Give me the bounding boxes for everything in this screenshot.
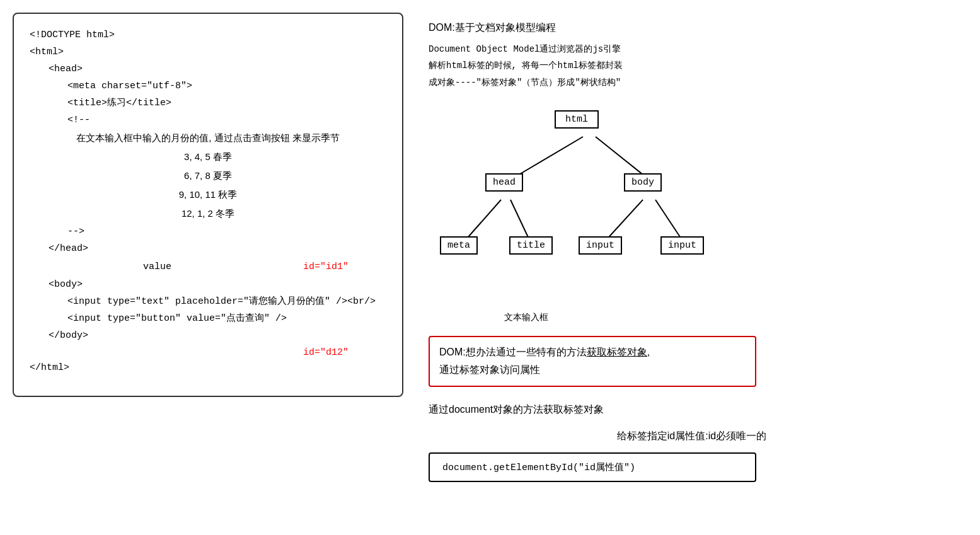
tree-node-input1: input [579, 236, 622, 255]
code-line-head-close: </head> [30, 240, 386, 257]
tree-node-title: title [509, 236, 553, 255]
code-line-meta: <meta charset="utf-8"> [30, 78, 386, 95]
method-text: 通过document对象的方法获取标签对象 [429, 400, 955, 420]
code-line-title: <title>练习</title> [30, 95, 386, 112]
dom-desc-line1: Document Object Model通过浏览器的js引擎 [429, 41, 955, 58]
dom-title: DOM:基于文档对象模型编程 [429, 19, 955, 37]
right-panel: DOM:基于文档对象模型编程 Document Object Model通过浏览… [416, 13, 967, 488]
tree-node-head: head [485, 173, 523, 192]
dom-desc-line3: 成对象----"标签对象"（节点）形成"树状结构" [429, 74, 955, 91]
tree-label-text: 文本输入框 [429, 312, 955, 323]
code-line-html-open: <html> [30, 43, 386, 60]
code-line-html-close: </html> [30, 359, 386, 376]
dom-desc-line2: 解析html标签的时候, 将每一个html标签都封装 [429, 57, 955, 74]
code-block: <!DOCTYPE html> <html> <head> <meta char… [30, 26, 386, 376]
tree-node-html: html [555, 110, 599, 129]
value-label: value [30, 258, 171, 275]
comment-autumn: 9, 10, 11 秋季 [30, 185, 386, 204]
dom-description: Document Object Model通过浏览器的js引擎 解析html标签… [429, 41, 955, 91]
code-line-body-close: </body> [30, 327, 386, 344]
comment-spring: 3, 4, 5 春季 [30, 147, 386, 166]
code-line-body-open: <body> [30, 276, 386, 293]
dom-method-text3: 通过标签对象访问属性 [439, 364, 540, 375]
id2-label: id="d12" [303, 344, 349, 359]
tree-svg-lines [429, 104, 756, 306]
dom-method-text2: 获取标签对象, [587, 347, 650, 357]
code-line-comment-open: <!-- [30, 112, 386, 129]
code-line-head-open: <head> [30, 60, 386, 78]
id-rule-text: 给标签指定id属性值:id必须唯一的 [429, 426, 955, 446]
code-line-doctype: <!DOCTYPE html> [30, 26, 386, 43]
code-line-comment-close: --> [30, 223, 386, 240]
comment-winter: 12, 1, 2 冬季 [30, 204, 386, 223]
dom-tree-diagram: html head body meta title input input [429, 104, 756, 306]
code-panel: <!DOCTYPE html> <html> <head> <meta char… [13, 13, 403, 397]
tree-node-input2: input [660, 236, 704, 255]
tree-node-meta: meta [440, 236, 478, 255]
dom-method-box: DOM:想办法通过一些特有的方法获取标签对象, 通过标签对象访问属性 [429, 336, 756, 388]
tree-node-body: body [624, 173, 662, 192]
dom-method-text1: DOM:想办法通过一些特有的方法 [439, 347, 587, 357]
comment-summer: 6, 7, 8 夏季 [30, 166, 386, 185]
id1-label: id="id1" [303, 258, 349, 275]
getbyid-code-box: document.getElementById("id属性值") [429, 452, 756, 482]
code-line-input-text: <input type="text" placeholder="请您输入月份的值… [30, 293, 386, 310]
comment-main: 在文本输入框中输入的月份的值, 通过点击查询按钮 来显示季节 [30, 129, 386, 147]
code-line-input-button: <input type="button" value="点击查询" /> [30, 310, 386, 327]
